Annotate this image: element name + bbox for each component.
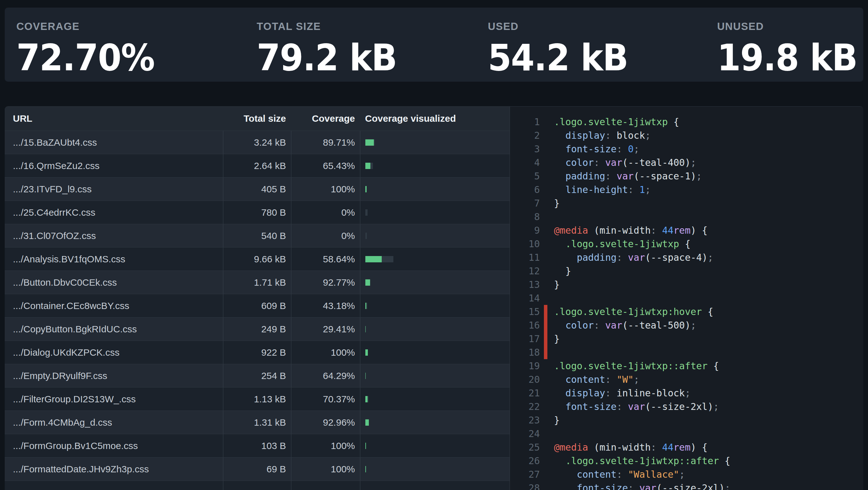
line-number: 14 (510, 291, 540, 305)
line-number: 2 (510, 128, 540, 142)
total-size-cell: 9.66 kB (223, 248, 291, 270)
coverage-visualized-cell (360, 341, 509, 364)
gutter-marker-spacer (544, 169, 547, 183)
gutter-marker-spacer (544, 128, 547, 142)
coverage-bar (365, 466, 366, 472)
code-line: 16 color: var(--teal-500); (510, 318, 863, 332)
total-size-cell: 3.24 kB (223, 131, 291, 154)
table-row[interactable]: .../25.C4edrrKC.css780 B0% (5, 201, 509, 224)
url-cell: .../Analysis.BV1fqOMS.css (5, 248, 223, 270)
gutter-marker-spacer (544, 481, 547, 490)
code-text: padding: var(--space-1); (554, 169, 702, 183)
stat-used-label: USED (488, 21, 706, 32)
code-line: 26 .logo.svelte-1jiwtxp::after { (510, 454, 863, 468)
line-number: 15 (510, 305, 540, 318)
gutter-marker-spacer (544, 291, 547, 305)
coverage-bar-unused (370, 163, 373, 169)
table-row[interactable]: .../FormGroup.Bv1C5moe.css103 B100% (5, 434, 509, 457)
header-total-size[interactable]: Total size (223, 107, 291, 131)
coverage-visualized-cell (360, 248, 509, 270)
coverage-bar-used (365, 396, 368, 402)
coverage-cell (291, 481, 360, 490)
table-row[interactable]: .../Form.4CMbAg_d.css1.31 kB92.96% (5, 410, 509, 434)
line-number: 20 (510, 373, 540, 386)
table-row[interactable]: .../Empty.DRyulf9F.css254 B64.29% (5, 364, 509, 387)
table-row[interactable]: .../31.Cl07OfOZ.css540 B0% (5, 224, 509, 247)
table-row[interactable] (5, 481, 509, 490)
coverage-visualized-cell (360, 318, 509, 341)
unused-range-marker (544, 305, 547, 318)
gutter-marker-spacer (544, 427, 547, 440)
coverage-cell: 0% (291, 201, 360, 224)
coverage-bar-unused (366, 373, 366, 379)
coverage-visualized-cell (360, 481, 509, 490)
table-row[interactable]: .../Container.CEc8wcBY.css609 B43.18% (5, 294, 509, 317)
line-number: 8 (510, 210, 540, 224)
stat-total-size: TOTAL SIZE 79.2 kB (245, 21, 476, 76)
coverage-bar-unused (365, 209, 368, 216)
table-row[interactable]: .../Button.DbvC0CEk.css1.71 kB92.77% (5, 270, 509, 294)
total-size-cell: 1.71 kB (223, 271, 291, 294)
coverage-visualized-cell (360, 131, 509, 154)
code-line: 1.logo.svelte-1jiwtxp { (510, 115, 863, 128)
code-line: 12 } (510, 264, 863, 278)
coverage-bar (365, 233, 367, 239)
coverage-bar-used (365, 186, 367, 192)
coverage-visualized-cell (360, 387, 509, 410)
coverage-visualized-cell (360, 154, 509, 177)
coverage-bar (365, 209, 368, 216)
total-size-cell: 405 B (223, 177, 291, 201)
coverage-cell: 92.96% (291, 411, 360, 434)
coverage-cell: 92.77% (291, 271, 360, 294)
code-line: 24 (510, 427, 863, 440)
gutter-marker-spacer (544, 468, 547, 481)
coverage-visualized-cell (360, 177, 509, 201)
code-line: 28 font-size: var(--size-2xl); (510, 481, 863, 490)
table-row[interactable]: .../15.BaZAUbt4.css3.24 kB89.71% (5, 131, 509, 154)
coverage-bar-used (365, 349, 368, 356)
header-coverage[interactable]: Coverage (291, 107, 360, 131)
table-row[interactable]: .../CopyButton.BgkRIdUC.css249 B29.41% (5, 317, 509, 341)
table-row[interactable]: .../Dialog.UKdKZPCK.css922 B100% (5, 341, 509, 364)
code-text: color: var(--teal-400); (554, 156, 696, 169)
url-cell: .../Container.CEc8wcBY.css (5, 294, 223, 317)
coverage-cell: 0% (291, 224, 360, 247)
coverage-bar (365, 279, 370, 286)
code-text: display: block; (554, 128, 651, 142)
header-coverage-visualized[interactable]: Coverage visualized (360, 107, 509, 131)
coverage-cell: 65.43% (291, 154, 360, 177)
table-row[interactable]: .../Analysis.BV1fqOMS.css9.66 kB58.64% (5, 247, 509, 270)
total-size-cell: 69 B (223, 458, 291, 481)
table-row[interactable]: .../FilterGroup.DI2S13W_.css1.13 kB70.37… (5, 387, 509, 410)
coverage-bar (365, 326, 366, 332)
gutter-marker-spacer (544, 197, 547, 210)
table-row[interactable]: .../23.ITvFD_l9.css405 B100% (5, 177, 509, 201)
stat-coverage-value: 72.70% (17, 39, 229, 76)
code-line: 21 display: inline-block; (510, 386, 863, 400)
coverage-bar-used (365, 163, 370, 169)
table-row[interactable]: .../16.QrmSeZu2.css2.64 kB65.43% (5, 154, 509, 177)
files-table-body: .../15.BaZAUbt4.css3.24 kB89.71%.../16.Q… (5, 131, 509, 490)
coverage-bar-unused (366, 303, 367, 309)
code-text: padding: var(--space-4); (554, 251, 713, 264)
gutter-marker-spacer (544, 454, 547, 468)
line-number: 3 (510, 142, 540, 156)
line-number: 4 (510, 156, 540, 169)
table-row[interactable]: .../FormattedDate.JHv9Zh3p.css69 B100% (5, 457, 509, 481)
coverage-cell: 70.37% (291, 387, 360, 410)
code-line: 2 display: block; (510, 128, 863, 142)
line-number: 18 (510, 346, 540, 359)
header-url[interactable]: URL (5, 107, 223, 131)
code-text: } (554, 278, 560, 291)
gutter-marker-spacer (544, 142, 547, 156)
code-line: 7} (510, 197, 863, 210)
code-text: } (554, 197, 560, 210)
line-number: 23 (510, 413, 540, 427)
code-line: 10 .logo.svelte-1jiwtxp { (510, 237, 863, 251)
gutter-marker-spacer (544, 373, 547, 386)
code-text: @media (min-width: 44rem) { (554, 440, 708, 454)
url-cell: .../23.ITvFD_l9.css (5, 177, 223, 201)
line-number: 13 (510, 278, 540, 291)
coverage-bar (365, 443, 366, 449)
coverage-visualized-cell (360, 294, 509, 317)
